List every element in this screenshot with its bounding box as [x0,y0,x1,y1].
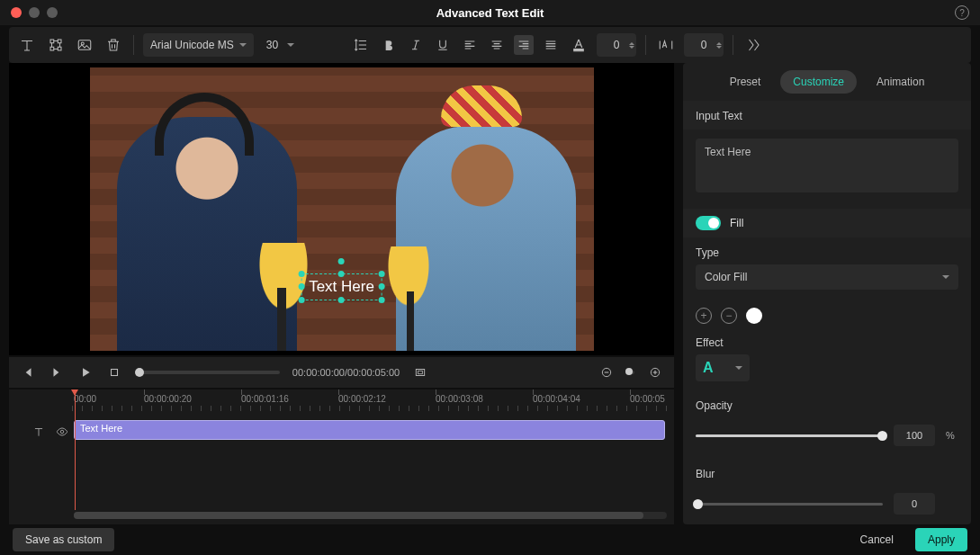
italic-button[interactable] [406,35,426,55]
text-track-icon [32,425,45,438]
tab-customize[interactable]: Customize [780,70,857,94]
input-text-field[interactable]: Text Here [696,139,958,192]
svg-rect-7 [112,370,118,376]
stop-button[interactable] [106,364,122,380]
remove-color-button[interactable]: − [721,308,737,324]
playhead[interactable] [75,389,76,510]
scrub-thumb[interactable] [135,368,144,377]
visibility-icon[interactable] [56,425,68,438]
format-toolbar: Arial Unicode MS 30 0 0 [9,27,971,63]
resize-handle[interactable] [298,297,304,303]
image-tool-icon[interactable] [74,34,95,56]
bold-button[interactable] [379,35,399,55]
text-clip[interactable]: Text Here [74,420,665,440]
fill-toggle[interactable] [696,216,721,230]
svg-rect-1 [58,40,61,43]
resize-handle[interactable] [298,271,304,277]
zoom-thumb[interactable] [625,368,633,375]
scrollbar-thumb[interactable] [74,512,643,519]
cancel-button[interactable]: Cancel [848,528,906,551]
ruler-mark: 00:00:01:16 [241,394,289,404]
chevron-down-icon [287,43,294,47]
resize-handle[interactable] [379,283,385,290]
step-forward-button[interactable] [49,364,65,380]
opacity-value-input[interactable]: 100 [894,425,935,446]
window-title: Advanced Text Edit [436,6,544,20]
fill-label: Fill [730,217,743,229]
tab-animation[interactable]: Animation [864,70,937,94]
timeline[interactable]: 00:00 00:00:00:20 00:00:01:16 00:00:02:1… [9,389,674,524]
zoom-slider[interactable] [627,371,634,374]
transform-tool-icon[interactable] [45,34,67,56]
align-right-button[interactable] [514,35,534,55]
opacity-slider[interactable] [696,434,883,437]
underline-button[interactable] [433,35,453,55]
transport-bar: 00:00:00:00/00:00:05:00 [9,357,674,388]
font-size-select[interactable]: 30 [261,33,300,57]
color-swatch[interactable] [746,308,762,324]
chevron-down-icon [239,43,247,47]
type-label: Type [696,246,958,259]
kerning-icon[interactable] [655,34,677,56]
resize-handle[interactable] [298,283,304,290]
divider [645,35,646,55]
tracking-input[interactable]: 0 [597,33,636,57]
chevron-down-icon [735,366,742,370]
svg-rect-6 [574,49,584,51]
effect-select[interactable]: A [696,354,750,381]
video-preview[interactable]: Text Here [9,63,674,355]
slider-thumb[interactable] [693,499,703,509]
timecode-display: 00:00:00:00/00:00:05:00 [292,367,400,378]
fill-section-header: Fill [683,209,971,237]
text-overlay-box[interactable]: Text Here [301,273,382,300]
zoom-in-button[interactable] [647,364,663,380]
trash-icon[interactable] [103,34,124,56]
blur-value-input[interactable]: 0 [894,493,935,515]
tab-preset[interactable]: Preset [717,70,774,94]
window-minimize-button[interactable] [29,7,40,18]
ruler-ticks [72,406,674,411]
text-color-icon[interactable] [568,34,589,56]
scrub-slider[interactable] [135,371,280,374]
svg-point-5 [81,42,84,45]
overlay-text: Text Here [309,278,374,295]
stepper-down-icon[interactable] [716,46,722,49]
blur-slider[interactable] [696,503,883,506]
align-justify-button[interactable] [541,35,561,55]
line-spacing-icon[interactable] [350,34,372,56]
ruler-mark: 00:00:03:08 [436,394,483,404]
stepper-down-icon[interactable] [629,46,634,49]
align-left-button[interactable] [460,35,480,55]
play-button[interactable] [77,364,94,380]
add-color-button[interactable]: + [696,308,712,324]
align-center-button[interactable] [487,35,507,55]
blur-label: Blur [696,468,958,480]
leading-input[interactable]: 0 [684,33,724,57]
stepper-up-icon[interactable] [716,42,722,45]
fill-type-select[interactable]: Color Fill [696,264,958,290]
panel-tabs: Preset Customize Animation [683,63,971,101]
stepper-up-icon[interactable] [629,42,634,45]
effect-label: Effect [696,336,958,349]
resize-handle[interactable] [379,297,385,303]
opacity-unit: % [946,430,958,441]
bottom-bar: Save as custom Cancel Apply [0,524,980,555]
input-text-value: Text Here [705,146,751,158]
window-maximize-button[interactable] [47,7,58,18]
font-size-value: 30 [266,39,278,51]
font-family-value: Arial Unicode MS [150,39,234,51]
text-tool-icon[interactable] [16,34,38,56]
slider-thumb[interactable] [877,431,887,441]
advanced-options-icon[interactable] [742,34,764,56]
resize-handle[interactable] [379,271,385,277]
zoom-out-button[interactable] [598,364,615,380]
save-as-custom-button[interactable]: Save as custom [13,528,114,551]
step-back-button[interactable] [20,364,36,380]
font-family-select[interactable]: Arial Unicode MS [143,33,254,57]
safe-zone-button[interactable] [412,364,428,380]
window-close-button[interactable] [11,7,22,18]
timeline-scrollbar[interactable] [74,512,667,519]
help-icon[interactable]: ? [955,5,969,20]
apply-button[interactable]: Apply [915,528,967,551]
resize-handle[interactable] [338,271,345,277]
